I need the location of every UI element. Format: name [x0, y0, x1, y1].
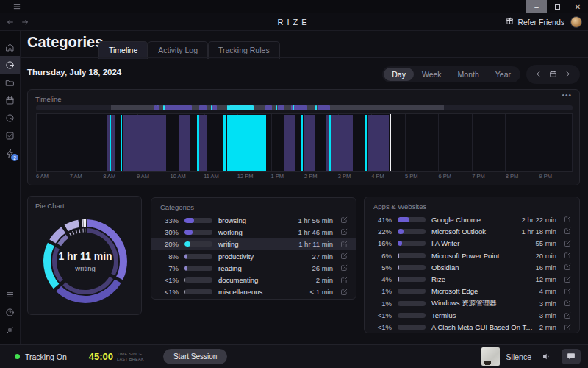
range-week[interactable]: Week	[414, 68, 450, 81]
stat-row-microsoft-outlook[interactable]: 22% Microsoft Outlook 1 hr 18 min	[365, 225, 579, 237]
timeline-minimap[interactable]	[36, 105, 573, 110]
timeline-more-button[interactable]: •••	[562, 91, 572, 99]
edit-icon[interactable]	[562, 252, 571, 259]
row-time: 1 hr 56 min	[298, 216, 333, 224]
tab-timeline[interactable]: Timeline	[98, 41, 148, 59]
edit-icon[interactable]	[562, 288, 571, 295]
stat-row-i-a-writer[interactable]: 16% I A Writer 55 min	[365, 238, 579, 250]
edit-icon[interactable]	[339, 264, 348, 272]
edit-icon[interactable]	[339, 289, 348, 296]
edit-icon[interactable]	[562, 300, 571, 307]
sidebar-item-menu[interactable]	[0, 286, 20, 303]
activity-block[interactable]	[368, 115, 388, 171]
row-percent: 30%	[159, 228, 179, 236]
stat-row-documenting[interactable]: <1% documenting 2 min	[151, 274, 356, 286]
edit-icon[interactable]	[562, 227, 571, 235]
divider	[21, 57, 588, 58]
gridline	[405, 114, 406, 171]
activity-block[interactable]	[121, 115, 123, 171]
window-close-button[interactable]: ✕	[567, 0, 588, 13]
sidebar-item-sessions[interactable]: 2	[0, 144, 20, 162]
edit-icon[interactable]	[562, 216, 571, 223]
sidebar-item-help[interactable]	[0, 303, 20, 321]
chat-feedback-button[interactable]	[562, 349, 581, 364]
activity-block[interactable]	[111, 115, 115, 171]
stat-row-rize[interactable]: 4% Rize 12 min	[365, 273, 579, 285]
now-playing-album-art[interactable]	[481, 347, 500, 366]
stat-row-microsoft-edge[interactable]: 1% Microsoft Edge 4 min	[365, 286, 579, 297]
edit-icon[interactable]	[562, 276, 571, 283]
activity-block[interactable]	[123, 115, 166, 171]
activity-block[interactable]	[179, 115, 190, 171]
sidebar-item-calendar[interactable]	[0, 91, 20, 109]
activity-block[interactable]	[223, 115, 226, 171]
edit-icon[interactable]	[339, 228, 348, 236]
categories-panel-title: Categories	[160, 203, 194, 211]
axis-tick-label: 2 PM	[304, 173, 318, 180]
edit-icon[interactable]	[562, 312, 571, 319]
edit-icon[interactable]	[562, 324, 571, 331]
activity-block[interactable]	[301, 115, 303, 171]
avatar[interactable]	[570, 16, 582, 28]
hamburger-menu-icon[interactable]	[12, 2, 21, 11]
gridline	[539, 114, 539, 171]
row-label: Microsoft Power Point	[431, 252, 529, 260]
start-session-button[interactable]: Start Session	[163, 349, 227, 364]
sidebar-item-home[interactable]	[0, 38, 20, 56]
sidebar-item-analytics[interactable]	[0, 56, 20, 74]
row-percent: 33%	[159, 216, 179, 224]
edit-icon[interactable]	[339, 252, 348, 260]
window-maximize-button[interactable]	[547, 0, 567, 13]
activity-block[interactable]	[304, 115, 315, 171]
stat-row-obsidian[interactable]: 5% Obsidian 16 min	[365, 261, 579, 273]
edit-icon[interactable]	[562, 263, 571, 271]
row-bar	[184, 266, 212, 271]
next-day-button[interactable]	[564, 68, 572, 81]
refer-friends-button[interactable]: Refer Friends	[506, 17, 564, 26]
edit-icon[interactable]	[339, 277, 348, 284]
sidebar-item-settings[interactable]	[0, 321, 20, 339]
edit-icon[interactable]	[339, 216, 348, 224]
edit-icon[interactable]	[562, 240, 571, 247]
speaker-icon[interactable]	[542, 352, 551, 361]
stat-row-a-clash-meta-gui-based-on-ta-[interactable]: <1% A Clash Meta GUI Based On Ta... 2 mi…	[365, 322, 579, 333]
range-day[interactable]: Day	[384, 68, 414, 81]
sidebar-item-history[interactable]	[0, 109, 20, 127]
stat-row-microsoft-power-point[interactable]: 6% Microsoft Power Point 20 min	[365, 250, 579, 261]
sidebar-item-tasks[interactable]	[0, 127, 20, 144]
stat-row-writing[interactable]: 20% writing 1 hr 11 min	[151, 238, 356, 250]
activity-block[interactable]	[365, 115, 368, 171]
activity-block[interactable]	[227, 115, 265, 171]
range-year[interactable]: Year	[487, 68, 519, 81]
prev-day-button[interactable]	[534, 68, 542, 81]
tab-tracking-rules[interactable]: Tracking Rules	[208, 41, 280, 59]
tracking-status-dot	[15, 354, 20, 359]
activity-block[interactable]	[284, 115, 295, 171]
stat-row-working[interactable]: 30% working 1 hr 46 min	[151, 226, 356, 238]
stat-row-termius[interactable]: <1% Termius 3 min	[365, 309, 579, 321]
row-label: Rize	[431, 275, 529, 283]
stat-row-google-chrome[interactable]: 41% Google Chrome 2 hr 22 min	[365, 213, 579, 225]
row-percent: 5%	[373, 263, 392, 272]
row-percent: 20%	[159, 240, 179, 248]
pie-chart-panel: Pie Chart 1 hr 11 min writing	[27, 196, 142, 315]
axis-tick-label: 9 AM	[137, 173, 149, 180]
gridline	[572, 114, 573, 171]
tab-activity-log[interactable]: Activity Log	[148, 41, 208, 59]
minimap-block	[315, 105, 317, 110]
stat-row-browsing[interactable]: 33% browsing 1 hr 56 min	[151, 214, 356, 226]
stat-row-miscellaneous[interactable]: <1% miscellaneous < 1 min	[151, 286, 356, 298]
activity-block[interactable]	[199, 115, 207, 171]
activity-block[interactable]	[331, 115, 352, 171]
stat-row-reading[interactable]: 7% reading 26 min	[151, 262, 356, 274]
timeline-chart[interactable]	[36, 113, 573, 172]
window-minimize-button[interactable]: –	[526, 0, 547, 13]
stat-row-windows-[interactable]: 1% Windows 资源管理器 3 min	[365, 297, 579, 309]
row-bar	[398, 301, 426, 306]
range-month[interactable]: Month	[450, 68, 487, 81]
edit-icon[interactable]	[339, 241, 348, 248]
stat-row-productivity[interactable]: 8% productivity 27 min	[151, 250, 356, 262]
calendar-picker-icon[interactable]	[549, 68, 557, 81]
sidebar-item-projects[interactable]	[0, 74, 20, 91]
timeline-panel: Timeline ••• 6 AM7 AM8 AM9 AM10 AM11 AM1…	[27, 89, 580, 185]
